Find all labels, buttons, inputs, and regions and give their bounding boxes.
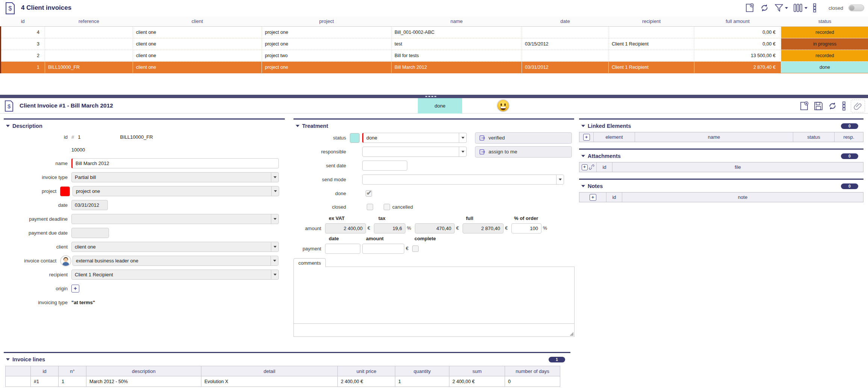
comments-textarea[interactable]	[293, 324, 575, 337]
svg-text:$: $	[9, 5, 12, 12]
forward-box-icon	[479, 135, 486, 141]
chevron-down-icon[interactable]	[271, 173, 278, 182]
columns-caret-icon[interactable]	[804, 7, 808, 9]
chevron-down-icon[interactable]	[271, 242, 278, 252]
add-invoice-icon[interactable]	[746, 3, 755, 13]
comments-block: comments	[293, 258, 575, 337]
field-date: date 03/31/2012	[4, 198, 285, 212]
detail-toolbar	[800, 100, 865, 112]
col-header-recipient[interactable]: recipient	[609, 17, 694, 26]
invoice-row-4[interactable]: 4 client one project one Bill_001-0002-A…	[1, 26, 868, 38]
treatment-section: Treatment status done verified responsib…	[293, 118, 574, 337]
contact-avatar	[60, 255, 71, 267]
collapse-icon	[6, 358, 10, 361]
chevron-down-icon[interactable]	[271, 186, 279, 196]
attach-file-dropzone[interactable]	[851, 100, 865, 112]
field-origin: origin +	[4, 282, 285, 296]
comments-tab[interactable]: comments	[293, 258, 326, 267]
detail-title: Client Invoice #1 - Bill March 2012	[20, 102, 113, 109]
filter-caret-icon[interactable]	[785, 7, 788, 9]
save-icon[interactable]	[814, 102, 823, 111]
invoice-contact-select[interactable]: external business leader one	[73, 256, 278, 266]
notes-header: + id note	[579, 192, 863, 202]
invoice-row-3[interactable]: 3 client one project one test 03/15/2012…	[1, 38, 868, 50]
page-title: 4 Client invoices	[21, 4, 71, 12]
add-origin-button[interactable]: +	[71, 285, 79, 293]
chevron-down-icon[interactable]	[271, 256, 278, 265]
reference-value: BILL10000_FR	[120, 134, 153, 140]
invoice-row-1-selected[interactable]: 1 BILL10000_FR client one project one Bi…	[1, 61, 868, 73]
col-header-id[interactable]: id	[1, 17, 45, 26]
chevron-down-icon[interactable]	[459, 133, 466, 142]
recipient-select[interactable]: Client 1 Recipient	[71, 270, 279, 280]
invoice-line-row[interactable]: #1 1 March 2012 - 50% Evolution X 2 400,…	[6, 376, 560, 387]
responsible-select[interactable]	[362, 147, 467, 157]
closed-toggle[interactable]	[848, 5, 864, 11]
field-invoice-type: invoice type Partial bill	[4, 170, 285, 184]
col-header-name[interactable]: name	[392, 17, 522, 26]
splitter-grip[interactable]	[425, 96, 436, 97]
attachments-title[interactable]: Attachments 0	[579, 150, 863, 161]
project-color-chip	[60, 186, 70, 196]
chevron-down-icon[interactable]	[556, 175, 564, 184]
col-header-date[interactable]: date	[522, 17, 609, 26]
field-sent-date: sent date	[293, 159, 574, 173]
closed-checkbox[interactable]	[367, 204, 373, 210]
project-select[interactable]: project one	[73, 186, 279, 196]
assign-to-me-button[interactable]: assign to me	[475, 146, 572, 158]
add-attachment-button[interactable]: +	[582, 164, 588, 170]
send-mode-select[interactable]	[362, 174, 564, 185]
payment-amount-input[interactable]	[362, 244, 404, 254]
chevron-down-icon[interactable]	[271, 270, 278, 279]
payment-complete-checkbox[interactable]	[412, 246, 419, 252]
col-header-client[interactable]: client	[133, 17, 262, 26]
columns-menu[interactable]	[793, 3, 808, 12]
status-badge: recorded	[781, 26, 868, 38]
chevron-down-icon[interactable]	[459, 147, 466, 156]
collapse-icon	[581, 125, 585, 127]
link-icon[interactable]	[589, 164, 594, 170]
col-header-full-amount[interactable]: full amount	[694, 17, 781, 26]
add-invoice-icon[interactable]	[800, 101, 809, 111]
description-section-title[interactable]: Description	[4, 120, 285, 131]
filter-menu[interactable]	[774, 4, 788, 12]
invoice-document-icon: $	[5, 100, 14, 112]
col-header-status[interactable]: status	[781, 17, 868, 26]
cancelled-checkbox[interactable]	[384, 204, 390, 210]
client-select[interactable]: client one	[71, 242, 279, 252]
field-name: name	[4, 156, 285, 170]
status-color-chip	[350, 133, 360, 143]
linked-elements-count-badge: 0	[841, 123, 858, 129]
invoice-lines-title[interactable]: Invoice lines 1	[4, 353, 570, 364]
chevron-down-icon[interactable]	[271, 214, 278, 224]
add-linked-element-button[interactable]: +	[583, 134, 590, 141]
notes-title[interactable]: Notes 0	[579, 180, 863, 191]
col-header-project[interactable]: project	[262, 17, 392, 26]
pct-of-order-input[interactable]	[511, 223, 541, 233]
field-invoicing-type: invoicing type "at terms"	[4, 296, 285, 309]
more-options-icon[interactable]	[842, 101, 846, 111]
resize-handle-icon[interactable]	[570, 332, 573, 336]
invoice-row-2[interactable]: 2 client one project two Bill for tests …	[1, 50, 868, 61]
col-header-reference[interactable]: reference	[45, 17, 133, 26]
description-section: Description id # 1 BILL10000_FR 10000 na…	[4, 118, 285, 309]
tax-rate-input	[374, 223, 405, 233]
treatment-section-title[interactable]: Treatment	[293, 120, 574, 131]
sent-date-input[interactable]	[362, 161, 407, 171]
linked-elements-section: Linked Elements 0 + element name status …	[579, 118, 863, 142]
refresh-icon[interactable]	[760, 3, 769, 12]
field-project: project project one	[4, 184, 285, 198]
linked-elements-title[interactable]: Linked Elements 0	[579, 120, 863, 131]
panel-splitter[interactable]	[0, 95, 868, 98]
name-input[interactable]	[71, 158, 279, 168]
verified-button[interactable]: verified	[475, 132, 572, 144]
more-options-icon[interactable]	[813, 3, 817, 13]
done-checkbox[interactable]	[366, 190, 372, 197]
add-note-button[interactable]: +	[590, 194, 596, 201]
payment-date-input[interactable]	[325, 244, 360, 254]
status-select[interactable]: done	[362, 133, 467, 143]
payment-deadline-select[interactable]	[71, 214, 279, 224]
toggle-knob	[849, 5, 854, 11]
invoice-type-select[interactable]: Partial bill	[71, 172, 279, 182]
refresh-icon[interactable]	[828, 102, 837, 111]
